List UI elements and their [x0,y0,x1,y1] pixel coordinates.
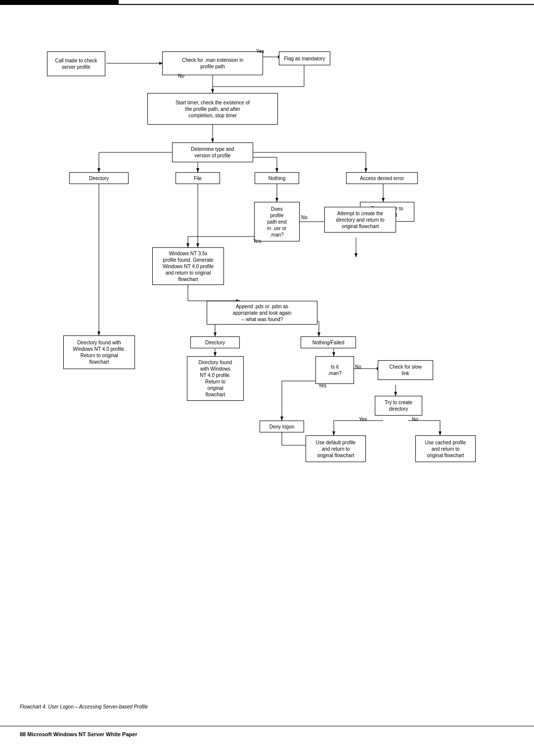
flowchart-area: Call made to check server profile Check … [20,30,514,697]
yes1-label: Yes [256,48,264,54]
dir-found-left-box: Directory found with Windows NT 4.0 prof… [63,335,135,369]
start-timer-box: Start timer, check the existence of the … [147,93,278,125]
is-it-man-box: Is it .man? [315,356,354,384]
directory2-box: Directory [190,336,240,348]
attempt-create-box: Attempt to create the directory and retu… [324,207,396,233]
bottom-line [0,726,534,726]
no1-label: No [178,73,184,79]
yes4-label: Yes [359,417,367,422]
deny-logon-box: Deny logon [260,421,304,432]
no4-label: No [412,417,418,422]
top-line [0,4,534,5]
top-bar [0,0,119,4]
append-pds-box: Append .pds or .pdm as appropriate and l… [207,301,317,325]
call-check-box: Call made to check server profile [47,51,105,76]
does-profile-box: Does profile path end in .usr or .man? [254,202,300,241]
try-create-box: Try to create directory [375,396,422,416]
use-default-box: Use default profile and return to origin… [306,435,366,462]
nothing-failed-box: Nothing/Failed [301,336,356,348]
directory1-box: Directory [69,172,129,184]
flag-mandatory-box: Flag as mandatory [279,51,330,65]
caption: Flowchart 4. User Logon – Accessing Serv… [20,704,148,709]
use-cached-box: Use cached profile and return to origina… [415,435,476,462]
no3-label: No [355,364,361,370]
check-slow-box: Check for slow link [378,360,433,380]
check-man-box: Check for .man extension in profile path [162,51,263,75]
determine-type-box: Determine type and version of profile [172,142,253,162]
yes3-label: Yes [318,383,326,388]
win-nt35x-box: Windows NT 3.5x profile found. Generate … [152,247,224,285]
access-denied-box: Access denied error [346,172,418,184]
yes2-label: Yes [253,238,261,244]
bottom-text: 88 Microsoft Windows NT Server White Pap… [20,731,137,737]
dir-found-right-box: Directory found with Windows NT 4.0 prof… [187,356,244,401]
file1-box: File [176,172,220,184]
no2-label: No [301,215,308,220]
nothing1-box: Nothing [255,172,299,184]
